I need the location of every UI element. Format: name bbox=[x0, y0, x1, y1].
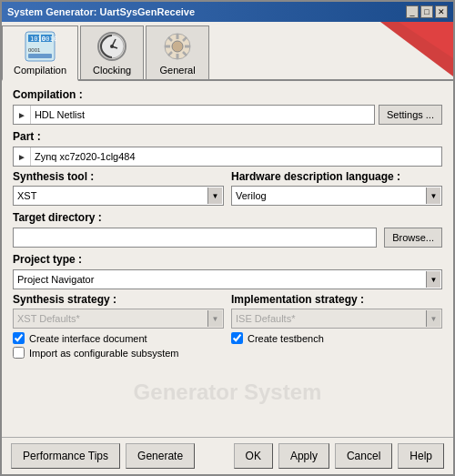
synthesis-strategy-col: Synthesis strategy : XST Defaults* ▼ bbox=[13, 293, 224, 329]
tab-clocking[interactable]: Clocking bbox=[80, 25, 144, 79]
strategy-row: Synthesis strategy : XST Defaults* ▼ Imp… bbox=[13, 293, 442, 329]
implementation-strategy-col: Implementation strategy : ISE Defaults* … bbox=[231, 293, 442, 329]
implementation-strategy-select: ISE Defaults* bbox=[231, 309, 442, 329]
tab-clocking-label: Clocking bbox=[93, 65, 131, 76]
configurable-row: Import as configurable subsystem bbox=[13, 347, 224, 359]
svg-rect-6 bbox=[28, 54, 52, 58]
apply-button[interactable]: Apply bbox=[278, 443, 329, 469]
general-icon bbox=[161, 30, 194, 63]
svg-point-11 bbox=[172, 41, 183, 52]
performance-tips-button[interactable]: Performance Tips bbox=[11, 443, 120, 469]
svg-text:0010: 0010 bbox=[42, 35, 56, 43]
configurable-label: Import as configurable subsystem bbox=[29, 348, 178, 359]
help-button[interactable]: Help bbox=[398, 443, 444, 469]
cancel-button[interactable]: Cancel bbox=[335, 443, 392, 469]
hdl-value: HDL Netlist bbox=[31, 109, 88, 120]
part-input: ► Zynq xc7z020-1clg484 bbox=[13, 147, 442, 167]
checkboxes-left: Create interface document Import as conf… bbox=[13, 332, 224, 361]
compilation-row: ► HDL Netlist Settings ... bbox=[13, 105, 442, 125]
footer: Performance Tips Generate OK Apply Cance… bbox=[2, 437, 453, 474]
browse-button[interactable]: Browse... bbox=[384, 228, 442, 248]
hdl-select-wrapper[interactable]: Verilog VHDL ▼ bbox=[231, 186, 442, 206]
ok-button[interactable]: OK bbox=[234, 443, 273, 469]
clocking-icon bbox=[96, 30, 128, 63]
hdl-select[interactable]: Verilog VHDL bbox=[231, 186, 442, 206]
generate-button[interactable]: Generate bbox=[126, 443, 195, 469]
svg-text:0001: 0001 bbox=[28, 47, 41, 53]
project-type-select-wrapper[interactable]: Project Navigator ISE Vivado ▼ bbox=[13, 269, 442, 289]
target-dir-label: Target directory : bbox=[13, 211, 442, 224]
checkboxes-right: Create testbench bbox=[231, 332, 442, 361]
minimize-button[interactable]: _ bbox=[406, 5, 419, 18]
hdl-col: Hardware description language : Verilog … bbox=[231, 170, 442, 206]
compilation-label: Compilation : bbox=[13, 88, 442, 101]
part-prefix-icon: ► bbox=[14, 147, 31, 166]
interface-doc-label: Create interface document bbox=[29, 333, 147, 344]
part-label: Part : bbox=[13, 130, 442, 143]
titlebar: System Generator: UartSysGenReceive _ □ … bbox=[2, 2, 453, 22]
synthesis-hdl-row: Synthesis tool : XST Vivado Synplify ▼ H… bbox=[13, 170, 442, 206]
tab-compilation[interactable]: 1010 0010 0001 Compilation bbox=[2, 25, 78, 81]
hdl-prefix-icon: ► bbox=[14, 106, 31, 124]
tab-general[interactable]: General bbox=[146, 25, 209, 79]
part-value: Zynq xc7z020-1clg484 bbox=[31, 151, 139, 162]
testbench-checkbox[interactable] bbox=[231, 332, 243, 344]
interface-doc-checkbox[interactable] bbox=[13, 332, 25, 344]
compilation-input: ► HDL Netlist bbox=[13, 105, 375, 125]
settings-button[interactable]: Settings ... bbox=[379, 105, 442, 125]
compilation-icon: 1010 0010 0001 bbox=[24, 30, 56, 63]
synthesis-strategy-wrapper[interactable]: XST Defaults* ▼ bbox=[13, 309, 224, 329]
maximize-button[interactable]: □ bbox=[420, 5, 433, 18]
svg-point-9 bbox=[110, 45, 114, 48]
tab-compilation-label: Compilation bbox=[14, 65, 66, 76]
main-window: System Generator: UartSysGenReceive _ □ … bbox=[0, 0, 455, 476]
tabs-bar: 1010 0010 0001 Compilation bbox=[2, 22, 453, 81]
interface-doc-row: Create interface document bbox=[13, 332, 224, 344]
content-area: Compilation : ► HDL Netlist Settings ...… bbox=[2, 81, 453, 420]
hdl-label: Hardware description language : bbox=[231, 170, 442, 183]
synthesis-select-wrapper[interactable]: XST Vivado Synplify ▼ bbox=[13, 186, 224, 206]
testbench-row: Create testbench bbox=[231, 332, 442, 344]
testbench-label: Create testbench bbox=[248, 333, 324, 344]
checkboxes-row: Create interface document Import as conf… bbox=[13, 332, 442, 361]
synthesis-select[interactable]: XST Vivado Synplify bbox=[13, 186, 224, 206]
target-dir-input[interactable]: ./netlist5 bbox=[13, 228, 377, 248]
window-controls: _ □ ✕ bbox=[406, 5, 448, 18]
project-type-row: Project Navigator ISE Vivado ▼ bbox=[13, 269, 442, 289]
tab-general-label: General bbox=[160, 65, 196, 76]
red-decoration bbox=[326, 22, 453, 76]
synthesis-strategy-label: Synthesis strategy : bbox=[13, 293, 224, 306]
synthesis-col: Synthesis tool : XST Vivado Synplify ▼ bbox=[13, 170, 224, 206]
part-row: ► Zynq xc7z020-1clg484 bbox=[13, 147, 442, 167]
implementation-strategy-label: Implementation strategy : bbox=[231, 293, 442, 306]
window-title: System Generator: UartSysGenReceive bbox=[7, 6, 195, 17]
configurable-checkbox[interactable] bbox=[13, 347, 25, 359]
implementation-strategy-wrapper[interactable]: ISE Defaults* ▼ bbox=[231, 309, 442, 329]
synthesis-label: Synthesis tool : bbox=[13, 170, 224, 183]
project-type-label: Project type : bbox=[13, 253, 442, 266]
target-dir-row: ./netlist5 Browse... bbox=[13, 228, 442, 248]
project-type-select[interactable]: Project Navigator ISE Vivado bbox=[13, 269, 442, 289]
synthesis-strategy-select: XST Defaults* bbox=[13, 309, 224, 329]
close-button[interactable]: ✕ bbox=[435, 5, 448, 18]
